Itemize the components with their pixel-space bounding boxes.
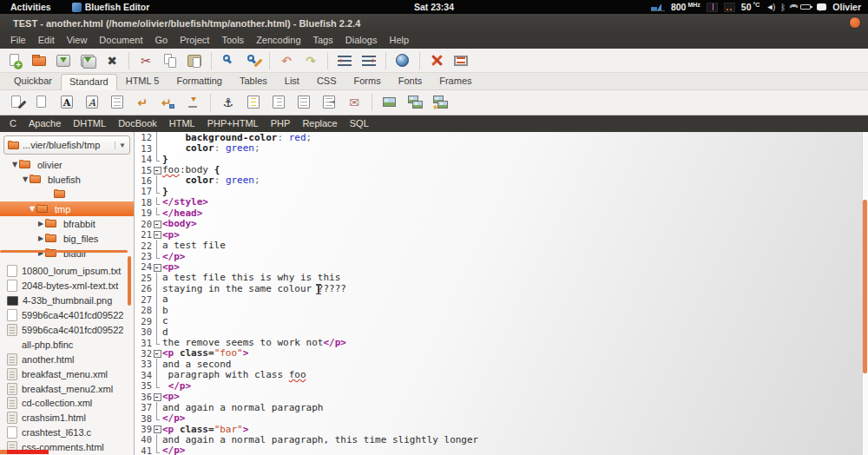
menu-zencoding[interactable]: Zencoding bbox=[250, 32, 306, 49]
quickstart-button[interactable] bbox=[5, 92, 28, 113]
div-button[interactable] bbox=[293, 92, 315, 113]
file-item-another.html[interactable]: another.html bbox=[0, 352, 134, 366]
anchor-button[interactable]: ⚓ bbox=[217, 92, 240, 113]
file-item-crashsim1.html[interactable]: crashsim1.html bbox=[0, 411, 134, 425]
activities-button[interactable]: Activities bbox=[0, 2, 62, 12]
filter-c[interactable]: C bbox=[3, 115, 23, 132]
filter-docbook[interactable]: DocBook bbox=[112, 115, 163, 132]
code-line-23[interactable]: 23</p> bbox=[135, 251, 868, 261]
code-line-15[interactable]: 15foo:body { bbox=[135, 164, 868, 175]
redo-button[interactable]: ↷ bbox=[299, 50, 322, 71]
file-item-2048-bytes-xml-text.txt[interactable]: 2048-bytes-xml-text.txt bbox=[0, 279, 134, 293]
expander-open-icon[interactable]: ▼ bbox=[28, 205, 36, 213]
volume-icon[interactable]: ◄) bbox=[766, 3, 774, 11]
comment-button[interactable]: → bbox=[318, 92, 340, 113]
file-item-599b6ca4c401fcd09522[interactable]: 599b6ca4c401fcd09522 bbox=[0, 323, 134, 338]
nbsp-button[interactable] bbox=[181, 92, 204, 113]
align-right-button[interactable] bbox=[267, 92, 290, 113]
code-line-20[interactable]: 20<body> bbox=[135, 219, 868, 229]
file-item-all-php.bfinc[interactable]: all-php.bfinc bbox=[0, 337, 134, 352]
code-line-41[interactable]: 41</p> bbox=[135, 445, 868, 455]
file-item-599b6ca4c401fcd09522[interactable]: 599b6ca4c401fcd09522 bbox=[0, 308, 134, 323]
code-line-21[interactable]: 21<p> bbox=[135, 229, 868, 240]
expander-open-icon[interactable]: ▼ bbox=[21, 175, 30, 183]
filter-dhtml[interactable]: DHTML bbox=[67, 115, 112, 132]
code-line-27[interactable]: 27a bbox=[135, 294, 868, 305]
find-button[interactable] bbox=[217, 50, 240, 71]
code-line-40[interactable]: 40and again a normal paragraph, this tim… bbox=[135, 434, 868, 445]
window-close-button[interactable] bbox=[849, 16, 861, 29]
expander-open-icon[interactable]: ▼ bbox=[10, 161, 19, 168]
fold-collapse-icon[interactable] bbox=[153, 164, 162, 175]
file-item-breakfast_menu2.xml[interactable]: breakfast_menu2.xml bbox=[0, 381, 134, 396]
code-line-32[interactable]: 32<p class="foo"> bbox=[135, 348, 868, 359]
code-line-31[interactable]: 31the remove seems to work not</p> bbox=[135, 337, 868, 347]
code-line-12[interactable]: 12 background-color: red; bbox=[135, 132, 868, 142]
tree-item-olivier[interactable]: ▼olivier bbox=[0, 157, 134, 172]
filter-sql[interactable]: SQL bbox=[344, 115, 375, 132]
code-line-35[interactable]: 35 </p> bbox=[135, 380, 868, 391]
code-editor[interactable]: 12 background-color: red;13 color: green… bbox=[135, 132, 868, 455]
fold-collapse-icon[interactable] bbox=[153, 261, 162, 272]
fold-collapse-icon[interactable] bbox=[153, 348, 162, 359]
chat-icon[interactable] bbox=[817, 3, 826, 10]
menu-go[interactable]: Go bbox=[149, 32, 174, 49]
insert-image-button[interactable] bbox=[378, 92, 401, 113]
menu-file[interactable]: File bbox=[4, 32, 32, 49]
expander-closed-icon[interactable]: ▶ bbox=[36, 234, 45, 242]
tab-fonts[interactable]: Fonts bbox=[390, 73, 431, 89]
menu-dialogs[interactable]: Dialogs bbox=[339, 32, 384, 49]
code-line-29[interactable]: 29c bbox=[135, 315, 868, 326]
paragraph-button[interactable] bbox=[106, 92, 128, 113]
cpu-graph-icon[interactable] bbox=[651, 3, 665, 11]
code-line-25[interactable]: 25a test file this is why is this bbox=[135, 273, 868, 283]
file-item-cd-collection.xml[interactable]: cd-collection.xml bbox=[0, 396, 134, 411]
filter-php+html[interactable]: PHP+HTML bbox=[201, 115, 265, 132]
file-item-breakfast_menu.xml[interactable]: breakfast_menu.xml bbox=[0, 366, 134, 381]
monitor-graph-icon[interactable] bbox=[707, 3, 718, 12]
tree-item-tmp[interactable]: ▼tmp bbox=[0, 201, 134, 216]
tab-quickbar[interactable]: Quickbar bbox=[5, 73, 61, 89]
find-replace-button[interactable] bbox=[241, 50, 264, 71]
browser-preview-button[interactable] bbox=[391, 50, 414, 71]
tab-html-5[interactable]: HTML 5 bbox=[117, 73, 168, 89]
menu-help[interactable]: Help bbox=[383, 32, 415, 49]
file-list-scrollbar[interactable] bbox=[128, 256, 131, 306]
code-line-30[interactable]: 30d bbox=[135, 326, 868, 337]
cpu-frequency[interactable]: 800 MHz bbox=[671, 2, 700, 12]
menu-project[interactable]: Project bbox=[174, 32, 215, 49]
copy-button[interactable] bbox=[159, 50, 181, 71]
app-indicator[interactable]: Bluefish Editor bbox=[72, 2, 150, 12]
code-line-16[interactable]: 16 color: green; bbox=[135, 175, 868, 186]
code-line-24[interactable]: 24<p> bbox=[135, 261, 868, 272]
code-line-37[interactable]: 37and again a normal paragraph bbox=[135, 402, 868, 412]
fold-collapse-icon[interactable] bbox=[153, 392, 162, 402]
unindent-button[interactable]: ‹ bbox=[333, 50, 356, 71]
tab-list[interactable]: List bbox=[276, 73, 308, 89]
thumbnail-button[interactable] bbox=[404, 92, 426, 113]
code-area[interactable]: 12 background-color: red;13 color: green… bbox=[135, 132, 868, 455]
tab-frames[interactable]: Frames bbox=[431, 73, 480, 89]
tree-item-big_files[interactable]: ▶big_files bbox=[0, 231, 134, 246]
bluetooth-icon[interactable]: ᛒ bbox=[780, 3, 786, 12]
italic-button[interactable]: A bbox=[81, 92, 103, 113]
code-line-28[interactable]: 28b bbox=[135, 305, 868, 315]
file-item-10800_lorum_ipsum.txt[interactable]: 10800_lorum_ipsum.txt bbox=[0, 264, 134, 279]
code-line-26[interactable]: 26staying in the same colour ????? bbox=[135, 283, 868, 293]
code-line-39[interactable]: 39<p class="bar"> bbox=[135, 424, 868, 434]
tree-item-bfrabbit[interactable]: ▶bfrabbit bbox=[0, 216, 134, 231]
file-list-hscrollbar[interactable] bbox=[0, 450, 7, 454]
tab-forms[interactable]: Forms bbox=[345, 73, 390, 89]
fold-collapse-icon[interactable] bbox=[153, 229, 162, 240]
break-clear-button[interactable]: ↵ bbox=[156, 92, 179, 113]
cut-button[interactable]: ✂ bbox=[135, 50, 157, 71]
filter-apache[interactable]: Apache bbox=[23, 115, 67, 132]
file-item-4-33b_thumbnail.png[interactable]: 4-33b_thumbnail.png bbox=[0, 293, 134, 308]
code-line-19[interactable]: 19</head> bbox=[135, 208, 868, 218]
close-document-button[interactable]: ✖ bbox=[101, 50, 123, 71]
body-button[interactable] bbox=[30, 92, 53, 113]
tab-tables[interactable]: Tables bbox=[231, 73, 276, 89]
menu-view[interactable]: View bbox=[61, 32, 94, 49]
filter-html[interactable]: HTML bbox=[163, 115, 201, 132]
indent-button[interactable]: › bbox=[358, 50, 380, 71]
